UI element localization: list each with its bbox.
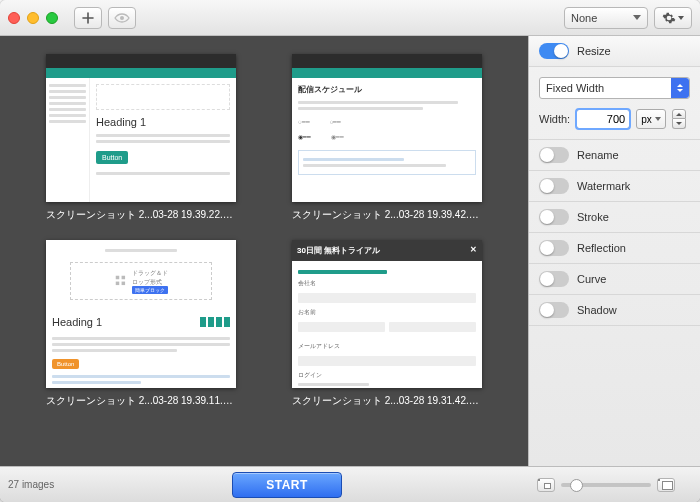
thumb-heading: Heading 1 [96,116,230,128]
curve-row[interactable]: Curve [529,264,700,295]
thumbnail: Heading 1 Button [46,54,236,202]
start-button[interactable]: START [232,472,342,498]
minimize-window-button[interactable] [27,12,39,24]
watermark-row[interactable]: Watermark [529,171,700,202]
eye-icon [114,13,130,23]
thumbnail-caption: スクリーンショット 2...03-28 19.39.42.png [292,208,482,222]
thumbnail: 配信スケジュール ○━━○━━ ◉━━◉━━ [292,54,482,202]
width-input[interactable] [576,109,630,129]
rename-toggle[interactable] [539,147,569,163]
footer: 27 images START [0,466,700,502]
curve-toggle[interactable] [539,271,569,287]
svg-rect-4 [122,282,126,286]
resize-toggle[interactable] [539,43,569,59]
resize-mode-label: Fixed Width [546,82,604,94]
svg-rect-1 [116,276,120,280]
shadow-toggle[interactable] [539,302,569,318]
shadow-label: Shadow [577,304,617,316]
body: Heading 1 Button スクリーンショット 2...03-28 19.… [0,36,700,466]
gallery-item[interactable]: ドラッグ＆ド ロップ形式 簡単ブロック Heading 1 Button スクリ [30,240,252,408]
titlebar: None [0,0,700,36]
thumb-heading: Heading 1 [52,316,102,328]
thumbnail-caption: スクリーンショット 2...03-28 19.31.42.png [292,394,482,408]
thumbnail-caption: スクリーンショット 2...03-28 19.39.11.png [46,394,236,408]
resize-settings: Fixed Width Width: px [529,67,700,140]
plus-icon [82,12,94,24]
thumb-button: Button [96,151,128,164]
add-button[interactable] [74,7,102,29]
preview-button[interactable] [108,7,136,29]
thumbnail: 30日間 無料トライアル✕ 会社名 お名前 メールアドレス ログイン パスワード… [292,240,482,388]
stroke-label: Stroke [577,211,609,223]
gear-icon [662,11,676,25]
resize-mode-select[interactable]: Fixed Width [539,77,690,99]
thumb-banner: 30日間 無料トライアル [297,246,380,255]
gallery-item[interactable]: Heading 1 Button スクリーンショット 2...03-28 19.… [30,54,252,222]
stroke-toggle[interactable] [539,209,569,225]
rename-label: Rename [577,149,619,161]
window-controls [8,12,58,24]
zoom-window-button[interactable] [46,12,58,24]
gallery-item[interactable]: 配信スケジュール ○━━○━━ ◉━━◉━━ スクリーンショット 2...03-… [276,54,498,222]
shadow-row[interactable]: Shadow [529,295,700,326]
zoom-in-button[interactable] [657,478,675,492]
image-gallery[interactable]: Heading 1 Button スクリーンショット 2...03-28 19.… [0,36,528,466]
unit-select[interactable]: px [636,109,666,129]
app-window: None Heading 1 [0,0,700,502]
rename-row[interactable]: Rename [529,140,700,171]
stroke-row[interactable]: Stroke [529,202,700,233]
preset-dropdown[interactable]: None [564,7,648,29]
zoom-controls [520,478,692,492]
watermark-label: Watermark [577,180,630,192]
width-stepper[interactable] [672,109,686,129]
close-window-button[interactable] [8,12,20,24]
curve-label: Curve [577,273,606,285]
settings-button[interactable] [654,7,692,29]
zoom-out-button[interactable] [537,478,555,492]
svg-rect-3 [116,282,120,286]
chevron-down-icon [678,16,684,20]
effects-panel: Resize Fixed Width Width: px Rename Wate… [528,36,700,466]
width-label: Width: [539,113,570,125]
reflection-label: Reflection [577,242,626,254]
thumb-title: 配信スケジュール [298,84,476,95]
watermark-toggle[interactable] [539,178,569,194]
preset-dropdown-label: None [571,12,597,24]
grid-icon [114,274,128,288]
resize-label: Resize [577,45,611,57]
thumbnail-caption: スクリーンショット 2...03-28 19.39.22.png [46,208,236,222]
image-count: 27 images [8,479,54,490]
svg-rect-2 [122,276,126,280]
thumb-button: Button [52,359,79,369]
zoom-slider[interactable] [561,483,651,487]
reflection-toggle[interactable] [539,240,569,256]
gallery-item[interactable]: 30日間 無料トライアル✕ 会社名 お名前 メールアドレス ログイン パスワード… [276,240,498,408]
reflection-row[interactable]: Reflection [529,233,700,264]
svg-point-0 [120,16,124,20]
resize-row[interactable]: Resize [529,36,700,67]
thumbnail: ドラッグ＆ド ロップ形式 簡単ブロック Heading 1 Button [46,240,236,388]
select-arrows-icon [671,78,689,98]
